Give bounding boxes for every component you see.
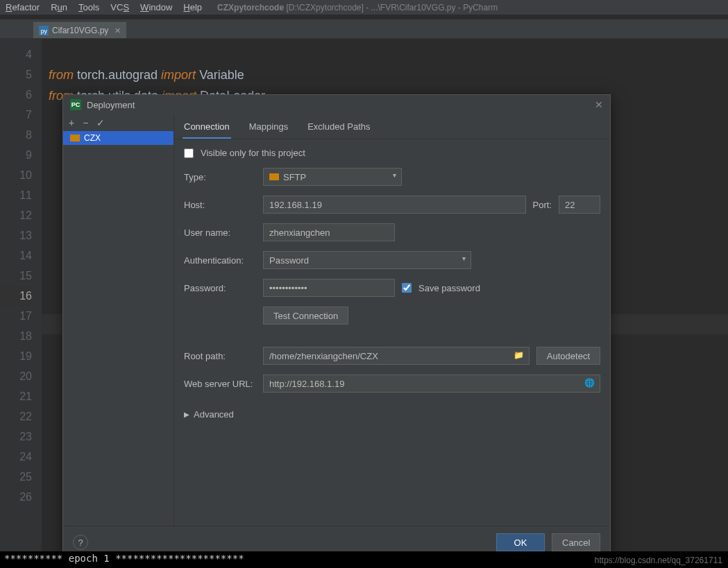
host-label: Host: xyxy=(184,200,256,210)
console-output: ********** epoch 1 *********************… xyxy=(0,551,728,568)
test-connection-button[interactable]: Test Connection xyxy=(263,307,348,325)
editor-tab-label: Cifar10VGG.py xyxy=(52,26,108,35)
add-button[interactable]: + xyxy=(69,117,74,128)
tab-excluded-paths[interactable]: Excluded Paths xyxy=(306,119,371,139)
help-button[interactable]: ? xyxy=(73,535,88,550)
svg-text:py: py xyxy=(41,28,48,35)
username-label: User name: xyxy=(184,227,256,238)
visible-only-label: Visible only for this project xyxy=(201,148,305,158)
dialog-titlebar: PC Deployment ✕ xyxy=(63,95,610,114)
type-select[interactable]: SFTP xyxy=(263,168,402,186)
menu-window[interactable]: Window xyxy=(137,1,175,14)
auth-select[interactable]: Password xyxy=(263,251,471,269)
port-input[interactable] xyxy=(559,196,600,214)
dialog-main: Connection Mappings Excluded Paths Visib… xyxy=(174,114,610,526)
deployment-dialog: PC Deployment ✕ + − ✓ CZX Connection Map… xyxy=(62,94,611,559)
web-url-input[interactable] xyxy=(263,375,600,393)
dialog-tabs: Connection Mappings Excluded Paths xyxy=(174,114,610,139)
web-url-label: Web server URL: xyxy=(184,379,256,389)
chevron-right-icon: ▶ xyxy=(184,411,189,418)
dialog-title: Deployment xyxy=(87,100,135,110)
ok-button[interactable]: OK xyxy=(496,533,545,551)
password-label: Password: xyxy=(184,283,256,293)
password-input[interactable] xyxy=(263,279,395,297)
editor-tab[interactable]: py Cifar10VGG.py ✕ xyxy=(33,22,126,38)
menubar: Refactor Run Tools VCS Window Help CZXpy… xyxy=(0,0,728,15)
root-path-input[interactable] xyxy=(263,347,530,365)
visible-only-checkbox[interactable] xyxy=(184,148,194,158)
autodetect-button[interactable]: Autodetect xyxy=(536,347,600,365)
editor-gutter: 4567891011121314151617181920212223242526 xyxy=(0,39,42,568)
sidebar-item-server[interactable]: CZX xyxy=(63,131,173,145)
port-label: Port: xyxy=(533,200,552,210)
apply-icon[interactable]: ✓ xyxy=(96,117,105,128)
menu-vcs[interactable]: VCS xyxy=(108,1,132,14)
globe-icon[interactable]: 🌐 xyxy=(584,378,595,388)
menu-tools[interactable]: Tools xyxy=(76,1,102,14)
root-path-label: Root path: xyxy=(184,351,256,361)
folder-icon[interactable]: 📁 xyxy=(514,350,524,360)
remove-button[interactable]: − xyxy=(83,117,88,128)
advanced-expander[interactable]: ▶ Advanced xyxy=(184,409,600,420)
cancel-button[interactable]: Cancel xyxy=(552,533,600,551)
dialog-sidebar: + − ✓ CZX xyxy=(63,114,174,526)
tab-mappings[interactable]: Mappings xyxy=(248,119,289,139)
connection-form: Visible only for this project Type: SFTP… xyxy=(174,139,610,428)
auth-label: Authentication: xyxy=(184,255,256,266)
editor-tabbar: py Cifar10VGG.py ✕ xyxy=(0,19,728,39)
save-password-checkbox[interactable] xyxy=(402,283,412,293)
close-icon[interactable]: ✕ xyxy=(115,26,121,35)
save-password-label: Save password xyxy=(418,283,480,293)
sftp-icon xyxy=(70,135,80,141)
username-input[interactable] xyxy=(263,223,395,241)
sidebar-toolbar: + − ✓ xyxy=(63,114,173,131)
server-name: CZX xyxy=(84,133,101,143)
close-icon[interactable]: ✕ xyxy=(595,99,603,110)
host-input[interactable] xyxy=(263,196,526,214)
tab-connection[interactable]: Connection xyxy=(183,119,231,139)
menu-run[interactable]: Run xyxy=(48,1,70,14)
type-label: Type: xyxy=(184,172,256,182)
title-project: CZXpytorchcode [D:\CZXpytorchcode] - ...… xyxy=(217,3,498,12)
python-file-icon: py xyxy=(39,26,49,35)
menu-refactor[interactable]: Refactor xyxy=(3,1,42,14)
pycharm-icon: PC xyxy=(70,99,81,110)
menu-help[interactable]: Help xyxy=(180,1,205,14)
sftp-icon xyxy=(269,173,279,180)
